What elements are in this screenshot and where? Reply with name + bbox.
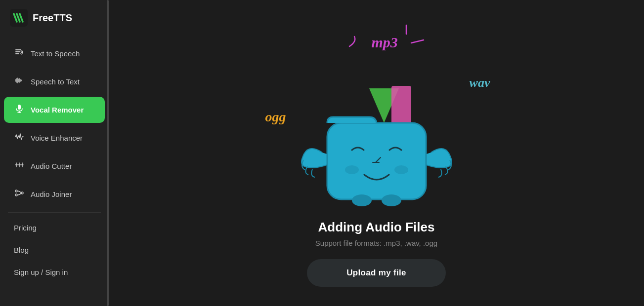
sidebar-item-blog[interactable]: Blog [4, 240, 105, 260]
folder-character-svg [293, 59, 461, 207]
svg-rect-2 [15, 51, 20, 52]
sidebar-item-voice-enhancer[interactable]: Voice Enhancer [4, 125, 105, 151]
svg-point-17 [345, 165, 359, 174]
main-content: ogg mp3 wav [109, 0, 644, 306]
enhance-icon [14, 132, 25, 144]
svg-point-7 [15, 190, 17, 192]
sidebar: FreeTTS Text to Speech Speech to Text [0, 0, 109, 306]
sidebar-item-pricing[interactable]: Pricing [4, 218, 105, 238]
nav-divider [8, 212, 101, 213]
sidebar-item-label: Text to Speech [31, 49, 80, 58]
main-title: Adding Audio Files [307, 220, 445, 235]
float-label-wav: wav [470, 76, 490, 90]
svg-point-9 [21, 192, 23, 194]
svg-line-10 [411, 40, 424, 43]
sidebar-item-audio-joiner[interactable]: Audio Joiner [4, 181, 105, 207]
float-label-mp3: mp3 [372, 34, 398, 51]
logo-area[interactable]: FreeTTS [0, 0, 109, 36]
text-section: Adding Audio Files Support file formats:… [307, 220, 445, 287]
mic-icon [14, 104, 25, 116]
svg-rect-4 [18, 105, 21, 110]
svg-rect-3 [15, 53, 19, 54]
svg-rect-13 [391, 86, 411, 125]
sidebar-item-label: Voice Enhancer [31, 134, 83, 142]
svg-point-20 [382, 194, 401, 206]
illustration-area: ogg mp3 wav [253, 19, 500, 207]
subtitle: Support file formats: .mp3, .wav, .ogg [307, 239, 445, 247]
svg-point-8 [15, 194, 17, 196]
sidebar-item-vocal-remover[interactable]: Vocal Remover [4, 97, 105, 123]
sidebar-item-label: Vocal Remover [31, 106, 84, 114]
logo-icon [10, 9, 28, 27]
upload-button[interactable]: Upload my file [307, 259, 445, 287]
float-label-ogg: ogg [265, 109, 286, 125]
sidebar-item-text-to-speech[interactable]: Text to Speech [4, 40, 105, 67]
sidebar-item-label: Speech to Text [31, 77, 80, 86]
stt-icon [14, 76, 25, 88]
cutter-icon [14, 160, 25, 172]
svg-point-19 [352, 194, 372, 206]
sidebar-item-signup[interactable]: Sign up / Sign in [4, 262, 105, 282]
sidebar-item-audio-cutter[interactable]: Audio Cutter [4, 153, 105, 179]
app-name: FreeTTS [33, 12, 72, 24]
joiner-icon [14, 188, 25, 200]
sidebar-item-label: Audio Joiner [31, 190, 72, 198]
svg-point-18 [394, 165, 408, 174]
sidebar-item-label: Audio Cutter [31, 162, 72, 170]
tts-icon [14, 47, 25, 60]
sidebar-item-speech-to-text[interactable]: Speech to Text [4, 69, 105, 95]
svg-rect-1 [15, 49, 21, 50]
